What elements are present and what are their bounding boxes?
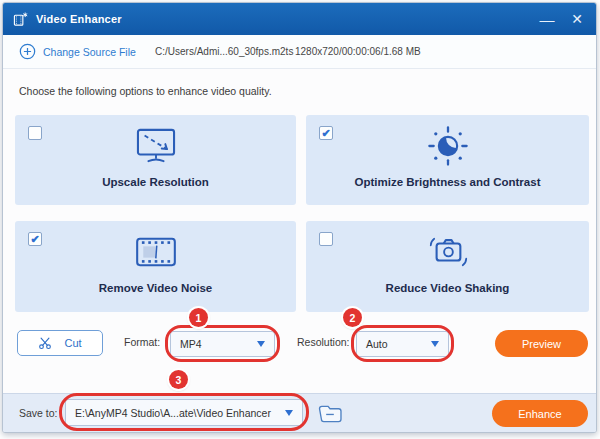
change-source-file-button[interactable]: Change Source File [19, 43, 136, 60]
resolution-dropdown[interactable]: Auto [356, 331, 449, 357]
card-label: Upscale Resolution [15, 176, 296, 188]
minimize-button[interactable]: — [534, 3, 560, 35]
save-path-dropdown[interactable]: E:\AnyMP4 Studio\A...ate\Video Enhancer [65, 399, 303, 426]
folder-icon [317, 403, 343, 424]
option-card-optimize-brightness[interactable]: ✔ Optimize Brightness and Contrast [306, 115, 589, 205]
caret-down-icon [431, 341, 439, 347]
film-noise-icon [134, 236, 178, 268]
enhance-button[interactable]: Enhance [492, 400, 588, 427]
camera-shake-icon [427, 233, 469, 271]
window-title: Video Enhancer [36, 13, 122, 25]
brightness-contrast-icon [427, 125, 469, 167]
format-value: MP4 [180, 338, 202, 350]
save-to-label: Save to: [19, 407, 58, 419]
cut-label: Cut [64, 337, 81, 349]
preview-button[interactable]: Preview [495, 330, 588, 357]
instruction-text: Choose the following options to enhance … [19, 85, 272, 97]
caret-down-icon [285, 410, 293, 416]
scissors-icon [38, 336, 52, 350]
format-dropdown[interactable]: MP4 [170, 331, 275, 357]
option-card-upscale-resolution[interactable]: Upscale Resolution [15, 115, 296, 205]
annotation-step-badge-2: 2 [343, 308, 362, 327]
card-label: Remove Video Noise [15, 282, 296, 294]
source-toolbar: Change Source File C:/Users/Admi...60_30… [3, 35, 596, 69]
change-source-label: Change Source File [43, 46, 136, 58]
plus-circle-icon [19, 43, 36, 60]
source-file-path: C:/Users/Admi...60_30fps.m2ts [155, 46, 293, 57]
option-card-reduce-shaking[interactable]: Reduce Video Shaking [306, 221, 589, 312]
source-file-info: 1280x720/00:00:06/1.68 MB [295, 46, 421, 57]
resolution-value: Auto [366, 338, 388, 350]
cut-button[interactable]: Cut [17, 330, 103, 356]
annotation-step-badge-1: 1 [189, 308, 208, 327]
card-label: Reduce Video Shaking [306, 282, 589, 294]
close-button[interactable]: ✕ [564, 3, 590, 35]
option-card-remove-noise[interactable]: ✔ Remove Video Noise [15, 221, 296, 312]
resolution-label: Resolution: [297, 336, 350, 348]
caret-down-icon [257, 341, 265, 347]
video-enhancer-window: Video Enhancer — ✕ Change Source File C:… [2, 2, 597, 433]
format-label: Format: [124, 336, 160, 348]
monitor-upscale-icon [133, 127, 179, 165]
card-label: Optimize Brightness and Contrast [306, 176, 589, 188]
annotation-step-badge-3: 3 [169, 370, 188, 389]
app-icon [13, 12, 28, 27]
title-bar: Video Enhancer [3, 3, 596, 35]
save-path-value: E:\AnyMP4 Studio\A...ate\Video Enhancer [75, 407, 271, 419]
open-folder-button[interactable] [316, 401, 344, 425]
